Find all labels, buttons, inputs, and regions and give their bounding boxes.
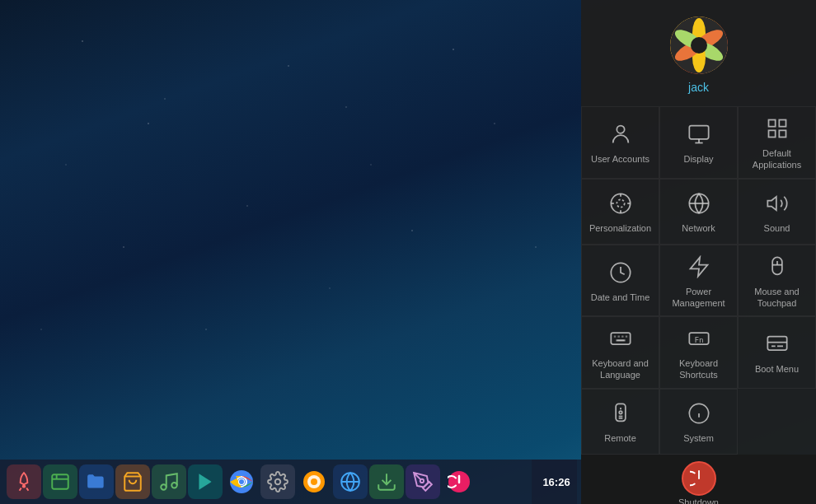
taskbar-settings[interactable]: [260, 464, 295, 499]
taskbar: [0, 460, 577, 504]
user-section: jack: [581, 0, 816, 106]
date-time-label: Date and Time: [591, 292, 650, 303]
svg-point-30: [617, 126, 624, 133]
taskbar-paint[interactable]: [406, 464, 440, 499]
shutdown-wrapper: Shutdown: [678, 461, 719, 504]
svg-point-5: [161, 484, 166, 490]
svg-rect-61: [621, 336, 623, 338]
svg-point-0: [22, 484, 26, 488]
settings-power-management[interactable]: Power Management: [659, 245, 738, 317]
svg-marker-7: [199, 474, 211, 490]
shutdown-button[interactable]: [682, 461, 716, 496]
svg-rect-1: [52, 474, 68, 488]
svg-rect-35: [779, 120, 786, 127]
svg-point-13: [275, 479, 281, 485]
taskbar-clock: 16:26: [532, 460, 581, 504]
svg-rect-60: [617, 336, 619, 338]
shutdown-label: Shutdown: [678, 497, 719, 504]
svg-rect-62: [625, 336, 626, 338]
svg-rect-36: [768, 130, 775, 137]
settings-display[interactable]: Display: [659, 106, 738, 179]
svg-marker-46: [767, 197, 776, 210]
svg-point-16: [311, 478, 317, 485]
svg-rect-63: [616, 339, 626, 341]
taskbar-chrome[interactable]: [224, 464, 259, 499]
user-accounts-label: User Accounts: [591, 153, 650, 165]
settings-keyboard-language[interactable]: Keyboard and Language: [581, 316, 659, 389]
settings-user-accounts[interactable]: User Accounts: [581, 106, 659, 179]
taskbar-folder[interactable]: [79, 464, 114, 499]
svg-text:Fn: Fn: [694, 335, 703, 344]
taskbar-music[interactable]: [152, 464, 186, 499]
taskbar-launcher[interactable]: [7, 464, 41, 499]
boot-menu-label: Boot Menu: [755, 363, 799, 375]
settings-remote[interactable]: Remote: [581, 389, 659, 455]
svg-rect-59: [613, 336, 615, 338]
mouse-icon: [762, 252, 792, 282]
svg-rect-48: [772, 257, 782, 274]
svg-point-6: [171, 483, 177, 488]
settings-sound[interactable]: Sound: [738, 179, 816, 245]
power-management-label: Power Management: [664, 286, 734, 310]
settings-mouse-touchpad[interactable]: Mouse and Touchpad: [738, 245, 816, 317]
keyboard-shortcuts-icon: Fn: [684, 324, 714, 353]
svg-rect-51: [611, 333, 630, 344]
keyboard-icon: [606, 324, 635, 353]
system-icon: [684, 399, 714, 428]
system-label: System: [683, 432, 714, 444]
svg-rect-34: [768, 120, 775, 127]
taskbar-orange-app[interactable]: [297, 464, 331, 499]
svg-point-12: [239, 479, 244, 484]
default-applications-label: Default Applications: [742, 147, 812, 171]
right-panel: jack User Accounts Display: [581, 0, 816, 504]
personalization-icon: [606, 189, 635, 218]
settings-date-and-time[interactable]: Date and Time: [581, 245, 659, 317]
keyboard-shortcuts-label: Keyboard Shortcuts: [664, 357, 734, 381]
personalization-label: Personalization: [589, 222, 651, 234]
svg-point-29: [691, 37, 707, 54]
power-management-icon: [684, 252, 714, 282]
taskbar-store[interactable]: [115, 464, 150, 499]
date-time-icon: [606, 258, 635, 287]
taskbar-browser[interactable]: [333, 464, 368, 499]
avatar[interactable]: [670, 16, 728, 74]
taskbar-media[interactable]: [188, 464, 223, 499]
svg-rect-66: [767, 337, 786, 350]
display-icon: [684, 119, 714, 149]
settings-network[interactable]: Network: [659, 179, 738, 245]
svg-rect-37: [779, 130, 786, 137]
user-accounts-icon: [606, 119, 635, 149]
settings-system[interactable]: System: [659, 389, 738, 455]
keyboard-label: Keyboard and Language: [585, 357, 655, 381]
taskbar-files[interactable]: [43, 464, 77, 499]
taskbar-power[interactable]: [442, 464, 476, 499]
default-applications-icon: [762, 114, 792, 143]
svg-point-72: [619, 411, 622, 414]
settings-boot-menu[interactable]: Boot Menu: [738, 316, 816, 389]
svg-point-20: [420, 479, 424, 483]
settings-default-applications[interactable]: Default Applications: [738, 106, 816, 179]
shutdown-section: Shutdown: [581, 455, 816, 504]
network-label: Network: [682, 222, 715, 234]
mouse-label: Mouse and Touchpad: [742, 286, 812, 310]
svg-rect-31: [689, 126, 708, 139]
username: jack: [688, 81, 709, 94]
svg-point-39: [617, 199, 624, 207]
display-label: Display: [683, 153, 713, 165]
remote-icon: [606, 399, 635, 428]
taskbar-downloads[interactable]: [369, 464, 404, 499]
desktop: 16:26 jack: [0, 0, 816, 504]
boot-menu-icon: [762, 329, 792, 359]
sound-label: Sound: [764, 222, 790, 234]
settings-grid: User Accounts Display Default Applicatio…: [581, 106, 816, 455]
settings-personalization[interactable]: Personalization: [581, 179, 659, 245]
settings-keyboard-shortcuts[interactable]: Fn Keyboard Shortcuts: [659, 316, 738, 389]
remote-label: Remote: [604, 432, 636, 444]
sound-icon: [762, 189, 792, 218]
network-icon: [684, 189, 714, 218]
